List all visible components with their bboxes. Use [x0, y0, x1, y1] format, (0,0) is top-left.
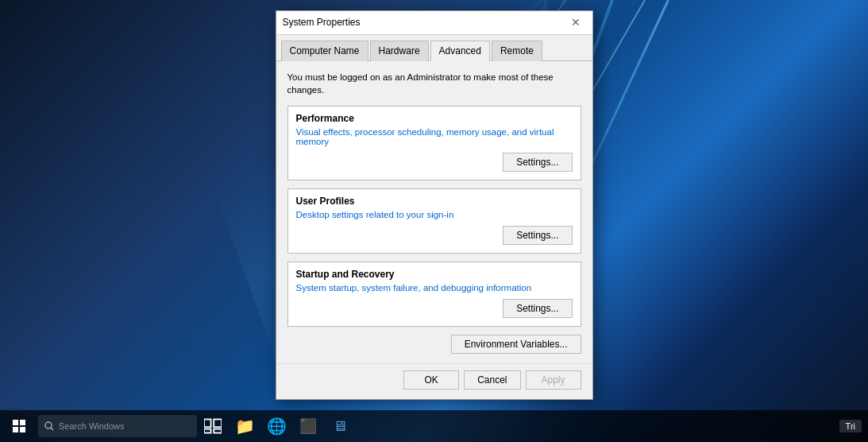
environment-variables-button[interactable]: Environment Variables... — [451, 335, 581, 354]
task-view-icon — [204, 417, 222, 435]
tab-remote[interactable]: Remote — [492, 41, 542, 61]
start-button[interactable] — [0, 410, 38, 442]
ok-button[interactable]: OK — [403, 370, 459, 390]
startup-recovery-btn-row: Settings... — [296, 299, 573, 318]
svg-rect-7 — [214, 419, 222, 427]
taskbar-search[interactable]: Search Windows — [38, 415, 197, 437]
search-placeholder: Search Windows — [59, 421, 125, 431]
dialog-content: You must be logged on as an Administrato… — [276, 61, 592, 363]
startup-recovery-section: Startup and Recovery System startup, sys… — [287, 262, 581, 327]
admin-notice: You must be logged on as an Administrato… — [287, 71, 581, 96]
task-view-button[interactable] — [197, 410, 229, 442]
svg-rect-0 — [13, 420, 18, 425]
taskbar-tray: Tri — [839, 420, 868, 432]
tray-notification[interactable]: Tri — [839, 420, 862, 432]
svg-rect-3 — [20, 427, 25, 432]
performance-section: Performance Visual effects, processor sc… — [287, 106, 581, 180]
dialog-footer: OK Cancel Apply — [276, 363, 592, 399]
chrome-button[interactable]: 🌐 — [260, 410, 292, 442]
search-icon — [44, 421, 54, 431]
close-button[interactable]: ✕ — [565, 14, 586, 30]
file-explorer-button[interactable]: 📁 — [229, 410, 260, 442]
startup-recovery-settings-button[interactable]: Settings... — [503, 299, 572, 318]
performance-description[interactable]: Visual effects, processor scheduling, me… — [296, 127, 573, 146]
svg-rect-6 — [204, 419, 211, 427]
terminal-button[interactable]: ⬛ — [292, 410, 324, 442]
performance-title: Performance — [296, 113, 573, 124]
dialog-wrapper: System Properties ✕ Computer Name Hardwa… — [0, 0, 868, 410]
windows-icon — [13, 420, 25, 432]
apply-button[interactable]: Apply — [526, 370, 581, 390]
user-profiles-description[interactable]: Desktop settings related to your sign-in — [296, 210, 573, 219]
user-profiles-btn-row: Settings... — [296, 226, 573, 245]
startup-recovery-description: System startup, system failure, and debu… — [296, 283, 573, 293]
svg-rect-1 — [20, 420, 25, 425]
tab-advanced[interactable]: Advanced — [430, 41, 490, 61]
svg-rect-2 — [13, 427, 18, 432]
user-profiles-settings-button[interactable]: Settings... — [503, 226, 572, 245]
performance-settings-button[interactable]: Settings... — [503, 153, 572, 172]
system-properties-dialog: System Properties ✕ Computer Name Hardwa… — [276, 10, 593, 400]
svg-line-5 — [51, 428, 53, 430]
desktop: System Properties ✕ Computer Name Hardwa… — [0, 0, 868, 442]
folder-icon: 📁 — [235, 417, 255, 436]
startup-recovery-title: Startup and Recovery — [296, 269, 573, 280]
dialog-title: System Properties — [283, 17, 565, 28]
performance-btn-row: Settings... — [296, 153, 573, 172]
tab-bar: Computer Name Hardware Advanced Remote — [276, 35, 592, 61]
user-profiles-section: User Profiles Desktop settings related t… — [287, 188, 581, 254]
remote-desktop-icon: 🖥 — [333, 418, 347, 435]
chrome-icon: 🌐 — [267, 417, 287, 436]
taskbar: Search Windows 📁 🌐 ⬛ 🖥 Tri — [0, 410, 868, 442]
user-profiles-title: User Profiles — [296, 196, 573, 207]
remote-desktop-button[interactable]: 🖥 — [324, 410, 356, 442]
svg-point-4 — [45, 422, 52, 428]
env-variables-row: Environment Variables... — [287, 335, 581, 354]
dialog-titlebar: System Properties ✕ — [276, 11, 592, 35]
svg-rect-8 — [204, 429, 211, 433]
terminal-icon: ⬛ — [299, 417, 317, 435]
tab-hardware[interactable]: Hardware — [370, 41, 429, 61]
svg-rect-9 — [214, 429, 222, 433]
cancel-button[interactable]: Cancel — [464, 370, 520, 390]
tab-computer-name[interactable]: Computer Name — [281, 41, 368, 61]
